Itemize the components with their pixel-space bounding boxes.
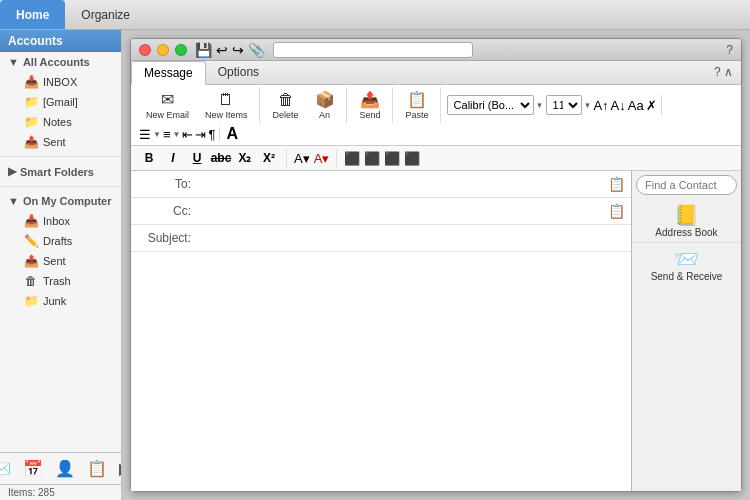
top-bar: Home Organize: [0, 0, 750, 30]
ribbon-help-icon[interactable]: ? ∧: [706, 61, 741, 84]
sidebar-item-notes[interactable]: 📁 Notes: [0, 112, 121, 132]
new-email-icon: ✉: [161, 90, 174, 109]
outdent-icon[interactable]: ⇤: [182, 127, 193, 142]
format-separator: [286, 149, 287, 167]
font-name-chevron: ▼: [536, 101, 544, 110]
ribbon-group-list: ☰ ▼ ≡ ▼ ⇤ ⇥ ¶: [135, 127, 220, 142]
cc-field[interactable]: [195, 200, 605, 222]
font-shrink-icon[interactable]: A↓: [611, 98, 626, 113]
compose-area: 💾 ↩ ↪ 📎 ? Message Options ? ∧ ✉: [122, 30, 750, 500]
sidebar-item-sent2[interactable]: 📤 Sent: [0, 251, 121, 271]
undo-icon[interactable]: ↩: [216, 42, 228, 58]
ribbon-group-send: 📤 Send: [349, 87, 393, 123]
italic-button[interactable]: I: [163, 148, 183, 168]
form-and-panel: To: 📋 Cc: 📋 Subject:: [131, 171, 741, 491]
mail-icon[interactable]: ✉️: [0, 457, 15, 480]
to-label: To:: [135, 177, 195, 191]
folder-icon: 📁: [24, 95, 38, 109]
redo-icon[interactable]: ↪: [232, 42, 244, 58]
clear-format-icon[interactable]: ✗: [646, 98, 657, 113]
send-icon: 📤: [360, 90, 380, 109]
attachment-icon[interactable]: 📎: [248, 42, 265, 58]
superscript-button[interactable]: X²: [259, 148, 279, 168]
delete-icon: 🗑: [278, 91, 294, 109]
to-field[interactable]: [195, 173, 605, 195]
bullets-icon[interactable]: ☰: [139, 127, 151, 142]
send-button[interactable]: 📤 Send: [353, 87, 388, 123]
organize-tab[interactable]: Organize: [65, 0, 146, 29]
find-contact-input[interactable]: [636, 175, 737, 195]
subject-label: Subject:: [135, 231, 195, 245]
message-body[interactable]: [131, 252, 631, 491]
right-panel: 📒 Address Book 📨 Send & Receive: [631, 171, 741, 491]
sent-icon: 📤: [24, 135, 38, 149]
bold-button[interactable]: B: [139, 148, 159, 168]
sidebar-item-inbox2[interactable]: 📥 Inbox: [0, 211, 121, 231]
highlight-color-icon[interactable]: A▾: [294, 151, 310, 166]
inbox2-icon: 📥: [24, 214, 38, 228]
underline-button[interactable]: U: [187, 148, 207, 168]
sidebar-item-junk[interactable]: 📁 Junk: [0, 291, 121, 311]
right-panel-search-area: [632, 171, 741, 199]
minimize-button[interactable]: [157, 44, 169, 56]
save-icon[interactable]: 💾: [195, 42, 212, 58]
sidebar-all-accounts[interactable]: ▼ All Accounts: [0, 52, 121, 72]
font-color-icon[interactable]: A▾: [314, 151, 330, 166]
home-tab[interactable]: Home: [0, 0, 65, 29]
send-receive-button[interactable]: 📨 Send & Receive: [632, 243, 741, 286]
font-grow-icon[interactable]: A↑: [593, 98, 608, 113]
junk-icon: 📁: [24, 294, 38, 308]
strikethrough-button[interactable]: abc: [211, 148, 231, 168]
compose-window: 💾 ↩ ↪ 📎 ? Message Options ? ∧ ✉: [130, 38, 742, 492]
notes-icon: 📁: [24, 115, 38, 129]
font-name-select[interactable]: Calibri (Bo...: [447, 95, 534, 115]
to-contacts-button[interactable]: 📋: [605, 173, 627, 195]
send-receive-icon: 📨: [674, 247, 699, 271]
help-icon[interactable]: ?: [726, 43, 733, 57]
titlebar-search[interactable]: [273, 42, 473, 58]
align-left-icon[interactable]: ⬛: [344, 151, 360, 166]
sidebar-footer: Items: 285: [0, 484, 121, 500]
close-button[interactable]: [139, 44, 151, 56]
subscript-button[interactable]: X₂: [235, 148, 255, 168]
more-options-icon[interactable]: A: [226, 125, 238, 143]
sidebar-divider2: [0, 186, 121, 187]
ribbon-row2: B I U abc X₂ X² A▾ A▾ ⬛ ⬛ ⬛ ⬛: [131, 146, 741, 171]
sidebar-item-trash[interactable]: 🗑 Trash: [0, 271, 121, 291]
tasks-icon[interactable]: 📋: [83, 457, 111, 480]
sidebar-item-sent[interactable]: 📤 Sent: [0, 132, 121, 152]
subject-field[interactable]: [195, 227, 627, 249]
ribbon-tab-options[interactable]: Options: [206, 61, 271, 84]
new-items-button[interactable]: 🗒 New Items: [198, 88, 255, 123]
calendar-icon[interactable]: 📅: [19, 457, 47, 480]
contacts-icon[interactable]: 👤: [51, 457, 79, 480]
sidebar-item-gmail[interactable]: 📁 [Gmail]: [0, 92, 121, 112]
paste-button[interactable]: 📋 Paste: [399, 87, 436, 123]
maximize-button[interactable]: [175, 44, 187, 56]
trash-icon: 🗑: [24, 274, 38, 288]
sidebar-on-my-computer[interactable]: ▼ On My Computer: [0, 191, 121, 211]
align-right-icon[interactable]: ⬛: [384, 151, 400, 166]
numbering-icon[interactable]: ≡: [163, 127, 171, 142]
inbox-icon: 📥: [24, 75, 38, 89]
cc-contacts-button[interactable]: 📋: [605, 200, 627, 222]
align-justify-icon[interactable]: ⬛: [404, 151, 420, 166]
indent-icon[interactable]: ⇥: [195, 127, 206, 142]
new-email-button[interactable]: ✉ New Email: [139, 87, 196, 123]
more-icon[interactable]: ▶: [115, 457, 123, 480]
ribbon-tab-message[interactable]: Message: [131, 61, 206, 85]
sidebar-bottom: ✉️ 📅 👤 📋 ▶: [0, 452, 121, 484]
sidebar-smart-folders[interactable]: ▶ Smart Folders: [0, 161, 121, 182]
address-book-button[interactable]: 📒 Address Book: [632, 199, 741, 243]
sidebar-item-drafts[interactable]: ✏️ Drafts: [0, 231, 121, 251]
paste-icon: 📋: [407, 90, 427, 109]
styles-icon[interactable]: Aa: [628, 98, 644, 113]
font-size-select[interactable]: 11: [546, 95, 582, 115]
paragraph-icon[interactable]: ¶: [208, 127, 215, 142]
delete-button[interactable]: 🗑 Delete: [266, 88, 306, 123]
align-center-icon[interactable]: ⬛: [364, 151, 380, 166]
ribbon-row1: ✉ New Email 🗒 New Items 🗑 Delete: [131, 85, 741, 146]
archive-button[interactable]: 📦 An: [308, 87, 342, 123]
chevron-down-icon2: ▼: [8, 195, 19, 207]
sidebar-item-inbox[interactable]: 📥 INBOX: [0, 72, 121, 92]
